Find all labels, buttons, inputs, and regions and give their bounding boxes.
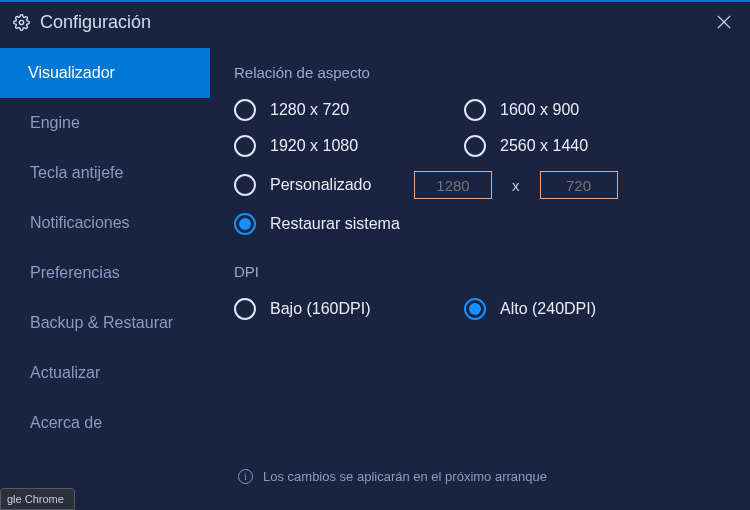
radio-label: Alto (240DPI) <box>500 300 596 318</box>
radio-icon[interactable] <box>464 99 486 121</box>
sidebar-item-label: Preferencias <box>30 264 120 282</box>
dimension-separator: x <box>506 177 526 194</box>
sidebar-item-label: Notificaciones <box>30 214 130 232</box>
sidebar-item-acerca-de[interactable]: Acerca de <box>0 398 210 448</box>
titlebar: Configuración <box>0 0 750 42</box>
radio-label: 2560 x 1440 <box>500 137 588 155</box>
close-button[interactable] <box>710 8 738 36</box>
sidebar-item-label: Acerca de <box>30 414 102 432</box>
sidebar: Visualizador Engine Tecla antijefe Notif… <box>0 42 210 510</box>
info-icon: i <box>238 469 253 484</box>
sidebar-item-backup-restaurar[interactable]: Backup & Restaurar <box>0 298 210 348</box>
sidebar-item-label: Actualizar <box>30 364 100 382</box>
info-note: i Los cambios se aplicarán en el próximo… <box>238 469 547 484</box>
radio-icon[interactable] <box>234 174 256 196</box>
dpi-option-low[interactable]: Bajo (160DPI) <box>234 298 464 320</box>
custom-width-input[interactable] <box>414 171 492 199</box>
sidebar-item-label: Engine <box>30 114 80 132</box>
radio-icon[interactable] <box>464 298 486 320</box>
sidebar-item-label: Backup & Restaurar <box>30 314 173 332</box>
radio-label: Restaurar sistema <box>270 215 400 233</box>
sidebar-item-label: Visualizador <box>28 64 115 82</box>
radio-icon[interactable] <box>234 298 256 320</box>
taskbar-tab[interactable]: gle Chrome <box>0 488 75 510</box>
radio-icon[interactable] <box>234 135 256 157</box>
sidebar-item-notificaciones[interactable]: Notificaciones <box>0 198 210 248</box>
info-text: Los cambios se aplicarán en el próximo a… <box>263 469 547 484</box>
radio-label: 1280 x 720 <box>270 101 349 119</box>
aspect-option-restore[interactable]: Restaurar sistema <box>234 213 726 235</box>
aspect-section-title: Relación de aspecto <box>234 64 726 81</box>
radio-icon[interactable] <box>234 99 256 121</box>
sidebar-item-tecla-antijefe[interactable]: Tecla antijefe <box>0 148 210 198</box>
aspect-option-1280x720[interactable]: 1280 x 720 <box>234 99 464 121</box>
sidebar-item-actualizar[interactable]: Actualizar <box>0 348 210 398</box>
sidebar-item-label: Tecla antijefe <box>30 164 123 182</box>
dpi-section-title: DPI <box>234 263 726 280</box>
svg-point-0 <box>19 20 23 24</box>
radio-label: Personalizado <box>270 176 400 194</box>
radio-label: 1600 x 900 <box>500 101 579 119</box>
dpi-option-high[interactable]: Alto (240DPI) <box>464 298 694 320</box>
content-pane: Relación de aspecto 1280 x 720 1600 x 90… <box>210 42 750 510</box>
custom-height-input[interactable] <box>540 171 618 199</box>
gear-icon <box>12 13 30 31</box>
radio-icon[interactable] <box>234 213 256 235</box>
sidebar-item-preferencias[interactable]: Preferencias <box>0 248 210 298</box>
window-title: Configuración <box>40 12 710 33</box>
radio-label: 1920 x 1080 <box>270 137 358 155</box>
aspect-option-custom[interactable]: Personalizado x <box>234 171 726 199</box>
radio-label: Bajo (160DPI) <box>270 300 371 318</box>
taskbar-tab-label: gle Chrome <box>7 493 64 505</box>
aspect-option-2560x1440[interactable]: 2560 x 1440 <box>464 135 694 157</box>
aspect-option-1920x1080[interactable]: 1920 x 1080 <box>234 135 464 157</box>
sidebar-item-engine[interactable]: Engine <box>0 98 210 148</box>
sidebar-item-visualizador[interactable]: Visualizador <box>0 48 210 98</box>
radio-icon[interactable] <box>464 135 486 157</box>
aspect-option-1600x900[interactable]: 1600 x 900 <box>464 99 694 121</box>
